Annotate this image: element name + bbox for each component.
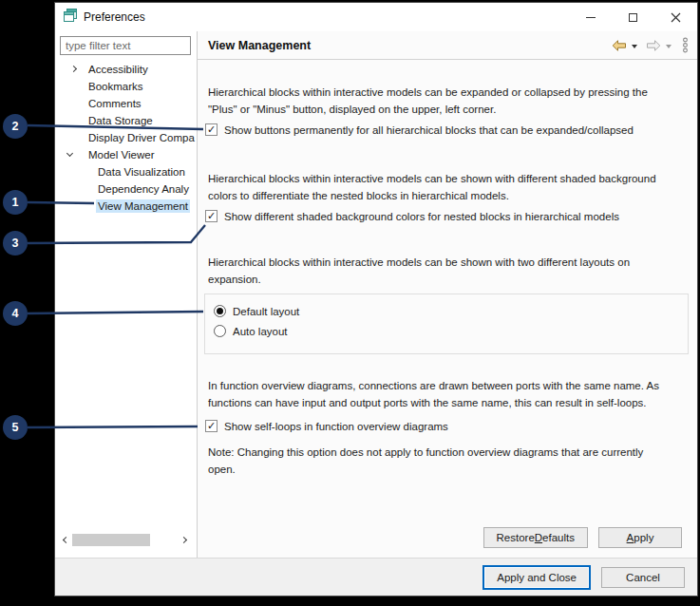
apply-and-close-button[interactable]: Apply and Close [483, 566, 590, 589]
callout-badge-4: 4 [3, 301, 28, 326]
tree-item-model-viewer[interactable]: Model Viewer [55, 146, 197, 163]
self-loops-description: In function overview diagrams, connectio… [208, 377, 688, 411]
checkmark-icon: ✓ [207, 421, 216, 431]
preferences-dialog: Preferences Accessibility [54, 2, 698, 597]
scroll-left-icon[interactable] [59, 533, 72, 546]
dialog-button-bar: Apply and Close Cancel [55, 558, 697, 596]
preferences-tree-panel: Accessibility Bookmarks Comments Data St… [55, 31, 198, 558]
tree-item-display-driver[interactable]: Display Driver Compa [55, 129, 197, 146]
page-header: View Management [198, 31, 697, 60]
scrollbar-thumb[interactable] [72, 534, 150, 546]
auto-layout-radio[interactable] [214, 325, 226, 337]
defaults-button-row: Restore Defaults Apply [208, 527, 688, 548]
window-title: Preferences [84, 10, 145, 24]
view-management-page: View Management [198, 31, 697, 558]
checkmark-icon: ✓ [207, 211, 216, 221]
cancel-button[interactable]: Cancel [601, 567, 685, 588]
close-button[interactable] [654, 3, 697, 31]
minimize-icon [586, 17, 596, 18]
callout-badge-5: 5 [3, 415, 28, 440]
close-icon [671, 12, 681, 23]
restore-defaults-button[interactable]: Restore Defaults [483, 527, 588, 548]
view-menu-icon[interactable] [682, 37, 689, 53]
default-layout-radio[interactable] [214, 305, 226, 317]
forward-history-dropdown-icon[interactable] [666, 45, 672, 48]
tree-item-comments[interactable]: Comments [55, 95, 197, 112]
preferences-window-icon [63, 8, 78, 27]
title-bar[interactable]: Preferences [55, 3, 697, 31]
note-text: Note: Changing this option does not appl… [208, 444, 688, 478]
back-history-dropdown-icon[interactable] [632, 45, 637, 48]
minimize-button[interactable] [569, 3, 612, 31]
tree-item-dependency-analysis[interactable]: Dependency Analy [55, 180, 197, 198]
tree-item-accessibility[interactable]: Accessibility [55, 61, 197, 78]
show-buttons-checkbox[interactable]: ✓ [205, 123, 218, 136]
shaded-colors-checkbox[interactable]: ✓ [205, 210, 218, 222]
scroll-right-icon[interactable] [177, 533, 190, 546]
default-layout-radio-row[interactable]: Default layout [214, 305, 679, 317]
show-buttons-checkbox-row[interactable]: ✓ Show buttons permanently for all hiera… [205, 123, 688, 136]
maximize-button[interactable] [612, 3, 654, 31]
annotated-screenshot: Preferences Accessibility [0, 0, 700, 606]
default-layout-label[interactable]: Default layout [233, 306, 299, 317]
show-buttons-checkbox-label[interactable]: Show buttons permanently for all hierarc… [224, 124, 634, 136]
self-loops-checkbox[interactable]: ✓ [205, 420, 218, 432]
checkmark-icon: ✓ [207, 124, 216, 135]
callout-badge-3: 3 [3, 231, 28, 256]
page-title: View Management [208, 39, 311, 52]
tree-item-view-management[interactable]: View Management [55, 198, 197, 215]
self-loops-checkbox-label[interactable]: Show self-loops in function overview dia… [224, 421, 448, 432]
back-arrow-icon[interactable] [612, 40, 627, 51]
expand-collapse-description: Hierarchical blocks within interactive m… [208, 84, 688, 118]
layout-description: Hierarchical blocks within interactive m… [208, 254, 688, 288]
shaded-colors-checkbox-label[interactable]: Show different shaded background colors … [224, 211, 619, 222]
filter-input[interactable] [60, 36, 191, 55]
apply-button[interactable]: Apply [598, 527, 682, 548]
maximize-icon [629, 13, 637, 22]
auto-layout-radio-row[interactable]: Auto layout [214, 325, 679, 337]
expander-collapsed-icon[interactable] [71, 66, 76, 71]
tree-item-data-storage[interactable]: Data Storage [55, 112, 197, 129]
callout-badge-1: 1 [3, 190, 28, 215]
callout-badge-2: 2 [3, 114, 28, 139]
expander-expanded-icon[interactable] [67, 151, 72, 156]
tree-horizontal-scrollbar[interactable] [59, 533, 190, 546]
shaded-colors-description: Hierarchical blocks within interactive m… [208, 170, 688, 204]
shaded-colors-checkbox-row[interactable]: ✓ Show different shaded background color… [205, 210, 688, 222]
auto-layout-label[interactable]: Auto layout [233, 326, 288, 337]
preferences-tree: Accessibility Bookmarks Comments Data St… [55, 61, 197, 215]
tree-item-data-visualization[interactable]: Data Visualization [55, 163, 197, 180]
tree-item-bookmarks[interactable]: Bookmarks [55, 78, 197, 95]
layout-options-group: Default layout Auto layout [204, 294, 689, 354]
forward-arrow-icon[interactable] [646, 40, 661, 51]
self-loops-checkbox-row[interactable]: ✓ Show self-loops in function overview d… [205, 420, 688, 432]
